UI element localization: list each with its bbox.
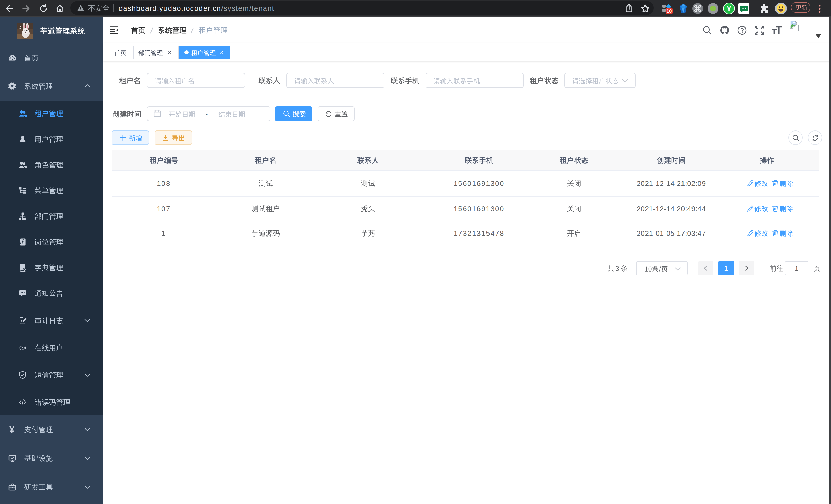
svg-text:10: 10 xyxy=(666,8,672,13)
svg-text:Y: Y xyxy=(727,5,731,12)
